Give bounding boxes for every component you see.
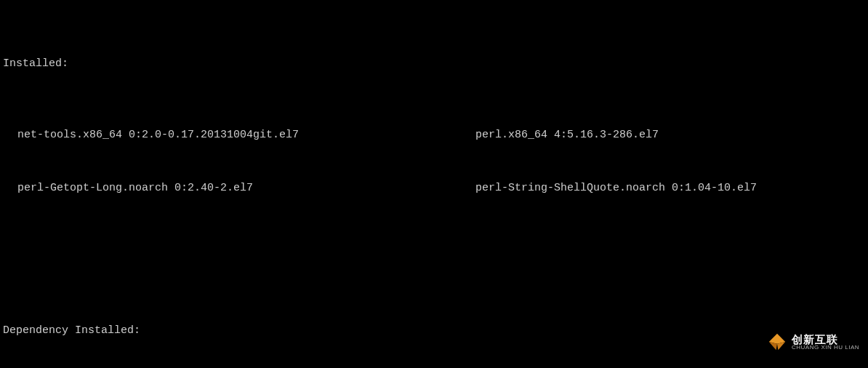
watermark-logo: 创新互联 CHUANG XIN HU LIAN [767,332,859,352]
pkg-left: net-tools.x86_64 0:2.0-0.17.20131004git.… [17,127,475,145]
installed-row: perl-Getopt-Long.noarch 0:2.40-2.el7 per… [3,180,865,198]
watermark-cn: 创新互联 [792,334,859,345]
terminal-output: Installed: net-tools.x86_64 0:2.0-0.17.2… [0,0,868,368]
pkg-right: perl.x86_64 4:5.16.3-286.el7 [475,127,865,145]
pkg-right: perl-String-ShellQuote.noarch 0:1.04-10.… [475,180,865,198]
blank-line [3,251,865,269]
installed-header: Installed: [3,55,865,73]
installed-row: net-tools.x86_64 0:2.0-0.17.20131004git.… [3,127,865,145]
dependency-installed-header: Dependency Installed: [3,322,865,340]
pkg-left: perl-Getopt-Long.noarch 0:2.40-2.el7 [17,180,475,198]
brand-icon [767,332,787,352]
watermark-en: CHUANG XIN HU LIAN [792,345,859,351]
